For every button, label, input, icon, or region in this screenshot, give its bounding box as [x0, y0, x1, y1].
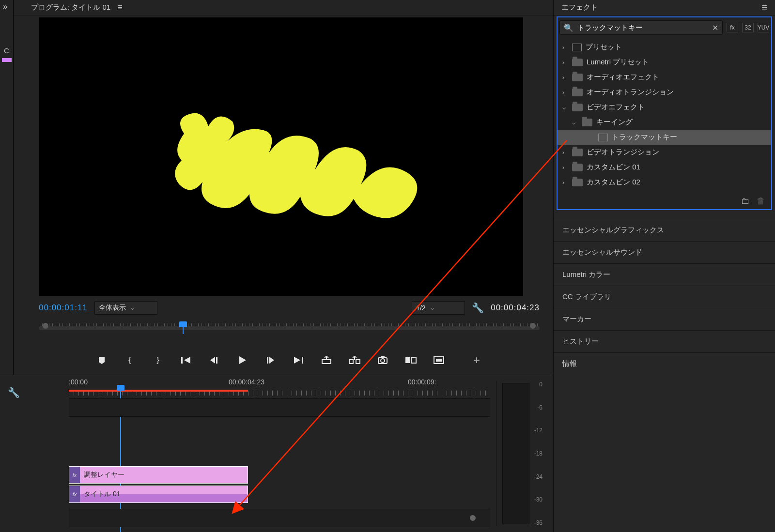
safe-margins-button[interactable] — [433, 356, 445, 365]
effects-title: エフェクト — [561, 3, 598, 12]
search-icon: 🔍 — [564, 23, 574, 32]
folder-icon — [572, 89, 583, 96]
scrub-track — [39, 326, 540, 330]
collapsed-panel-tab[interactable]: Lumetri カラー — [554, 263, 775, 286]
tree-item-label: キーイング — [596, 118, 633, 127]
clip-label: 調整レイヤー — [84, 471, 124, 479]
tracks: fx調整レイヤーfxタイトル 01 — [69, 398, 490, 532]
effect-tree-item[interactable]: ›ビデオトランジション — [558, 145, 771, 160]
tree-item-label: オーディオエフェクト — [587, 73, 659, 82]
disclosure-icon: › — [562, 59, 568, 66]
comparison-view-button[interactable] — [404, 356, 417, 365]
effect-icon — [598, 134, 608, 141]
tree-item-label: ビデオトランジション — [587, 148, 659, 157]
meter-tick: -30 — [534, 496, 542, 503]
fx-badge-icon[interactable]: fx — [69, 486, 80, 502]
ruler-label: 00:00:09: — [408, 378, 436, 386]
effect-tree-item[interactable]: ›カスタムビン 01 — [558, 160, 771, 175]
collapsed-panel-tab[interactable]: エッセンシャルサウンド — [554, 241, 775, 263]
collapsed-panel-tab[interactable]: CC ライブラリ — [554, 286, 775, 308]
clear-search-icon[interactable]: ✕ — [712, 23, 718, 32]
effects-tree[interactable]: ›プリセット›Lumetri プリセット›オーディオエフェクト›オーディオトラン… — [558, 38, 771, 190]
collapsed-panel-tab[interactable]: エッセンシャルグラフィックス — [554, 219, 775, 241]
svg-rect-4 — [322, 360, 331, 364]
step-forward-button[interactable] — [264, 356, 277, 365]
effect-tree-item[interactable]: ⌵ビデオエフェクト — [558, 100, 771, 115]
timeline-settings-icon[interactable]: 🔧 — [8, 387, 20, 398]
folder-icon — [572, 59, 583, 66]
timeline-clip[interactable]: fxタイトル 01 — [69, 486, 248, 503]
meter-tick: -24 — [534, 473, 542, 480]
disclosure-icon: › — [562, 89, 568, 96]
collapsed-panel-tab[interactable]: マーカー — [554, 308, 775, 330]
effect-tree-item[interactable]: ›オーディオエフェクト — [558, 70, 771, 85]
program-menu-icon[interactable]: ≡ — [117, 2, 123, 13]
mark-out-button[interactable]: } — [152, 355, 164, 365]
folder-icon — [572, 74, 583, 81]
svg-rect-3 — [302, 357, 303, 364]
meter-tick: -12 — [534, 427, 542, 434]
play-button[interactable] — [236, 355, 248, 365]
chevron-down-icon: ⌵ — [131, 304, 134, 311]
delete-icon[interactable]: 🗑 — [757, 196, 765, 206]
go-to-out-button[interactable] — [292, 356, 305, 365]
effects-search-row: 🔍 ✕ fx 32 YUV — [558, 17, 771, 38]
svg-rect-9 — [381, 356, 385, 358]
scrub-handle-left[interactable] — [43, 323, 48, 329]
yuv-badge-icon[interactable]: YUV — [758, 23, 769, 32]
effects-search-input[interactable] — [577, 24, 708, 32]
lift-button[interactable] — [320, 356, 333, 365]
in-out-range[interactable] — [69, 390, 248, 392]
collapsed-panel-tab[interactable]: ヒストリー — [554, 330, 775, 352]
zoom-select[interactable]: 全体表示 ⌵ — [94, 301, 157, 315]
program-scrubber[interactable] — [39, 321, 540, 335]
monitor-graphic — [165, 105, 455, 230]
clip-label: タイトル 01 — [84, 490, 120, 499]
timeline[interactable]: :00:0000:00:04:2300:00:09: fx調整レイヤーfxタイト… — [69, 375, 490, 532]
scrub-handle-right[interactable] — [530, 323, 536, 329]
disclosure-icon: › — [562, 164, 568, 171]
go-to-in-button[interactable] — [180, 356, 192, 365]
timeline-clip[interactable]: fx調整レイヤー — [69, 466, 248, 484]
track-a1[interactable] — [69, 509, 490, 527]
step-back-button[interactable] — [208, 356, 220, 365]
button-editor-icon[interactable]: + — [470, 353, 483, 367]
program-monitor[interactable] — [39, 17, 523, 296]
collapsed-panels: エッセンシャルグラフィックスエッセンシャルサウンドLumetri カラーCC ラ… — [554, 219, 775, 375]
effect-tree-item[interactable]: ⌵キーイング — [558, 115, 771, 130]
fx-badge-icon[interactable]: fx — [69, 467, 80, 483]
track-v2-placeholder[interactable] — [69, 398, 490, 417]
timeline-ruler[interactable]: :00:0000:00:04:2300:00:09: — [69, 377, 490, 396]
collapsed-panel-tab[interactable]: 情報 — [554, 352, 775, 375]
quality-select[interactable]: 1/2 ⌵ — [412, 301, 465, 315]
effect-tree-item[interactable]: トラックマットキー — [558, 130, 771, 145]
effect-tree-item[interactable]: ›カスタムビン 02 — [558, 175, 771, 190]
meter-tick: -6 — [534, 404, 542, 411]
disclosure-icon: › — [562, 74, 568, 81]
scrub-playhead[interactable] — [179, 321, 187, 334]
expand-panel-icon[interactable]: » — [3, 2, 7, 12]
timeline-panel: 🔧 :00:0000:00:04:2300:00:09: fx調整レイヤーfxタ… — [0, 375, 553, 532]
meter-scale: 0-6-12-18-24-30-36 — [534, 381, 542, 526]
folder-icon — [572, 149, 583, 156]
effects-footer: 🗀 🗑 — [741, 196, 765, 206]
extract-button[interactable] — [348, 356, 361, 365]
new-bin-icon[interactable]: 🗀 — [741, 196, 750, 206]
meter-tick: 0 — [534, 381, 542, 388]
effect-tree-item[interactable]: ›Lumetri プリセット — [558, 55, 771, 70]
export-frame-button[interactable] — [376, 356, 389, 365]
32bit-badge-icon[interactable]: 32 — [742, 23, 754, 32]
add-marker-button[interactable] — [95, 355, 108, 365]
mark-in-button[interactable]: { — [124, 355, 136, 365]
panel-menu-icon[interactable]: ≡ — [761, 2, 767, 13]
current-timecode[interactable]: 00:00:01:11 — [39, 303, 88, 313]
color-swatch[interactable] — [2, 58, 12, 62]
wrench-icon[interactable]: 🔧 — [472, 302, 484, 314]
effect-tree-item[interactable]: ›プリセット — [558, 40, 771, 55]
tree-item-label: カスタムビン 01 — [587, 163, 640, 172]
effect-tree-item[interactable]: ›オーディオトランジション — [558, 85, 771, 100]
effects-search[interactable]: 🔍 ✕ — [559, 20, 723, 35]
svg-point-8 — [381, 359, 385, 363]
fx-badge-icon[interactable]: fx — [727, 23, 738, 32]
track-keyframe[interactable] — [470, 515, 476, 521]
